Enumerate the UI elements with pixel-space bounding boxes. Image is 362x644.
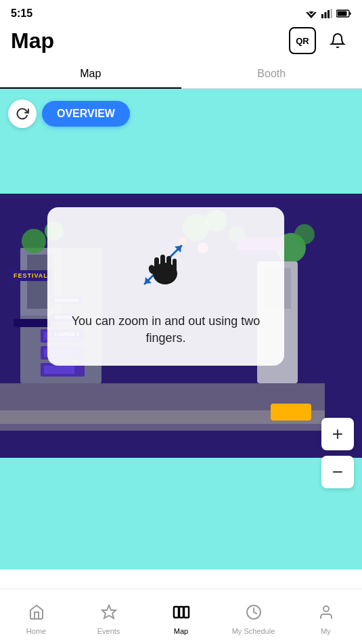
svg-rect-9 (338, 12, 347, 16)
bell-button[interactable] (324, 27, 351, 54)
refresh-button[interactable] (8, 100, 37, 128)
zoom-controls: + − (321, 418, 354, 488)
svg-rect-44 (173, 259, 177, 272)
svg-rect-3 (321, 14, 323, 18)
signal-icon (321, 9, 332, 18)
nav-item-schedule[interactable]: My Schedule (217, 599, 290, 635)
zoom-in-button[interactable]: + (321, 418, 354, 450)
festival-sign: FESTIVAL (10, 270, 51, 281)
bell-icon (330, 33, 346, 49)
header-actions: QR (289, 27, 351, 54)
nav-label-map: Map (174, 627, 188, 635)
tabs: Map Booth (0, 60, 362, 89)
svg-rect-34 (271, 404, 311, 421)
my-icon (318, 604, 334, 624)
svg-rect-6 (331, 9, 333, 18)
nav-item-events[interactable]: Events (72, 599, 145, 635)
nav-label-my: My (321, 627, 331, 635)
map-container: FESTIVAL SPONSOR MERCH LOUNGE 1 OVERVIEW (0, 89, 362, 570)
status-time: 5:15 (11, 7, 32, 20)
map-controls-top: OVERVIEW (8, 100, 130, 128)
map-nav-icon (173, 604, 190, 624)
svg-rect-8 (350, 12, 351, 15)
svg-rect-43 (166, 256, 171, 271)
svg-rect-42 (160, 255, 165, 271)
svg-point-16 (22, 229, 46, 253)
overview-button[interactable]: OVERVIEW (42, 101, 130, 127)
nav-item-my[interactable]: My (290, 599, 362, 635)
status-bar: 5:15 (0, 0, 362, 24)
events-icon (101, 604, 117, 624)
page-title: Map (11, 28, 54, 53)
nav-item-map[interactable]: Map (145, 599, 217, 635)
svg-rect-47 (174, 607, 179, 618)
qr-button[interactable]: QR (289, 27, 316, 54)
svg-rect-49 (184, 607, 189, 618)
nav-item-home[interactable]: Home (0, 599, 72, 635)
svg-marker-46 (102, 605, 116, 618)
nav-label-events: Events (97, 627, 120, 635)
gesture-illustration (129, 228, 203, 302)
svg-rect-4 (325, 12, 327, 18)
battery-icon (336, 9, 351, 18)
svg-rect-28 (44, 366, 74, 374)
wifi-icon (305, 9, 317, 18)
svg-point-51 (323, 606, 329, 611)
svg-rect-29 (14, 319, 51, 327)
zoom-tooltip: You can zoom in and out using two finger… (47, 207, 284, 366)
header: Map QR (0, 24, 362, 60)
svg-rect-48 (179, 607, 183, 618)
nav-label-schedule: My Schedule (232, 627, 275, 635)
svg-rect-5 (327, 10, 330, 18)
svg-point-22 (294, 224, 315, 244)
zoom-out-button[interactable]: − (321, 456, 354, 488)
status-icons (305, 9, 351, 18)
home-icon (28, 604, 45, 624)
refresh-icon (16, 107, 29, 121)
bottom-nav: Home Events Map My Schedule (0, 588, 362, 644)
tooltip-text: You can zoom in and out using two finger… (64, 313, 268, 347)
tab-booth[interactable]: Booth (181, 60, 363, 88)
pinch-gesture-icon (129, 228, 203, 302)
schedule-icon (246, 604, 262, 624)
tab-map[interactable]: Map (0, 60, 181, 88)
nav-label-home: Home (26, 627, 46, 635)
